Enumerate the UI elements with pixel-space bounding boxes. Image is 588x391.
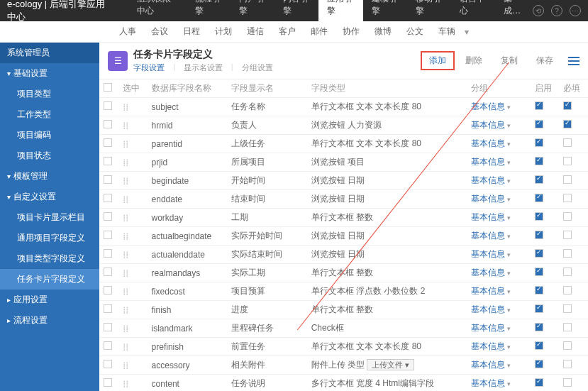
required-checkbox[interactable] xyxy=(563,378,572,387)
sidebar-item[interactable]: 工作类型 xyxy=(0,104,99,125)
copy-button[interactable]: 复制 xyxy=(493,52,526,70)
enable-checkbox[interactable] xyxy=(535,323,543,331)
sub-tab[interactable]: 通信 xyxy=(241,23,270,40)
sidebar-item[interactable]: 项目卡片显示栏目 xyxy=(0,207,99,228)
top-tab[interactable]: 建模引擎 xyxy=(363,0,407,21)
enable-checkbox[interactable] xyxy=(535,138,543,147)
top-tab[interactable]: 内容引擎 xyxy=(274,0,318,21)
group-select[interactable]: 基本信息 ▾ xyxy=(471,175,526,187)
save-button[interactable]: 保存 xyxy=(528,52,561,70)
sidebar-item[interactable]: 项目状态 xyxy=(0,145,99,166)
group-select[interactable]: 基本信息 ▾ xyxy=(471,193,526,205)
group-select[interactable]: 基本信息 ▾ xyxy=(471,378,526,390)
select-all-checkbox[interactable] xyxy=(104,83,112,92)
drag-handle-icon[interactable]: ⁞⁞ xyxy=(123,360,128,371)
top-tab[interactable]: 移动引擎 xyxy=(407,0,451,21)
sub-tab[interactable]: 公文 xyxy=(401,23,429,40)
row-checkbox[interactable] xyxy=(104,157,112,165)
drag-handle-icon[interactable]: ⁞⁞ xyxy=(123,101,128,113)
sidebar-item[interactable]: 任务卡片字段定义 xyxy=(0,269,99,290)
top-tab[interactable]: 应用引擎 xyxy=(318,0,362,21)
required-checkbox[interactable] xyxy=(563,231,572,239)
required-checkbox[interactable] xyxy=(563,194,572,202)
sub-more-icon[interactable]: ▾ xyxy=(465,27,469,37)
sub-tab[interactable]: 日程 xyxy=(177,23,206,40)
required-checkbox[interactable] xyxy=(563,268,572,276)
drag-handle-icon[interactable]: ⁞⁞ xyxy=(123,378,128,390)
drag-handle-icon[interactable]: ⁞⁞ xyxy=(123,341,128,353)
drag-handle-icon[interactable]: ⁞⁞ xyxy=(123,323,128,334)
required-checkbox[interactable] xyxy=(563,286,572,294)
group-select[interactable]: 基本信息 ▾ xyxy=(471,211,526,224)
enable-checkbox[interactable] xyxy=(535,360,543,368)
drag-handle-icon[interactable]: ⁞⁞ xyxy=(123,138,128,150)
sub-tab[interactable]: 微博 xyxy=(369,23,397,40)
sidebar-item[interactable]: 项目类型 xyxy=(0,84,99,104)
required-checkbox[interactable] xyxy=(563,212,572,221)
group-select[interactable]: 基本信息 ▾ xyxy=(471,322,526,334)
sidebar-group[interactable]: ▾基础设置 xyxy=(0,63,99,84)
more-icon[interactable]: ⋯ xyxy=(570,5,581,16)
row-checkbox[interactable] xyxy=(104,231,112,239)
top-tab[interactable]: 流程引擎 xyxy=(187,0,231,21)
sub-tab[interactable]: 协作 xyxy=(337,23,365,40)
group-select[interactable]: 基本信息 ▾ xyxy=(471,156,526,168)
row-checkbox[interactable] xyxy=(104,304,112,313)
delete-button[interactable]: 删除 xyxy=(457,52,490,70)
enable-checkbox[interactable] xyxy=(535,157,543,165)
row-checkbox[interactable] xyxy=(104,341,112,350)
group-select[interactable]: 基本信息 ▾ xyxy=(471,304,526,316)
row-checkbox[interactable] xyxy=(104,268,112,276)
required-checkbox[interactable] xyxy=(563,101,572,110)
drag-handle-icon[interactable]: ⁞⁞ xyxy=(123,212,128,224)
top-tab[interactable]: 组织权限中心 xyxy=(128,0,186,21)
refresh-icon[interactable]: ⟲ xyxy=(533,5,544,16)
sidebar-group[interactable]: ▾自定义设置 xyxy=(0,187,99,207)
enable-checkbox[interactable] xyxy=(535,378,543,387)
top-tab[interactable]: 门户引擎 xyxy=(231,0,274,21)
row-checkbox[interactable] xyxy=(104,249,112,258)
page-subtab[interactable]: 显示名设置 xyxy=(184,62,223,73)
drag-handle-icon[interactable]: ⁞⁞ xyxy=(123,194,128,205)
enable-checkbox[interactable] xyxy=(535,268,543,276)
group-select[interactable]: 基本信息 ▾ xyxy=(471,101,526,113)
list-view-icon[interactable] xyxy=(568,57,579,65)
group-select[interactable]: 基本信息 ▾ xyxy=(471,248,526,260)
top-tab[interactable]: 语言中心 xyxy=(451,0,495,21)
group-select[interactable]: 基本信息 ▾ xyxy=(471,341,526,353)
enable-checkbox[interactable] xyxy=(535,212,543,221)
required-checkbox[interactable] xyxy=(563,323,572,331)
group-select[interactable]: 基本信息 ▾ xyxy=(471,119,526,131)
group-select[interactable]: 基本信息 ▾ xyxy=(471,359,526,371)
enable-checkbox[interactable] xyxy=(535,341,543,350)
enable-checkbox[interactable] xyxy=(535,101,543,110)
sidebar-item[interactable]: 项目编码 xyxy=(0,125,99,145)
row-checkbox[interactable] xyxy=(104,194,112,202)
enable-checkbox[interactable] xyxy=(535,304,543,313)
drag-handle-icon[interactable]: ⁞⁞ xyxy=(123,157,128,168)
drag-handle-icon[interactable]: ⁞⁞ xyxy=(123,268,128,279)
enable-checkbox[interactable] xyxy=(535,249,543,258)
required-checkbox[interactable] xyxy=(563,120,572,128)
help-icon[interactable]: ? xyxy=(551,5,562,16)
sidebar-item[interactable]: 项目类型字段定义 xyxy=(0,248,99,269)
drag-handle-icon[interactable]: ⁞⁞ xyxy=(123,175,128,187)
enable-checkbox[interactable] xyxy=(535,175,543,184)
group-select[interactable]: 基本信息 ▾ xyxy=(471,230,526,242)
required-checkbox[interactable] xyxy=(563,157,572,165)
sidebar-group[interactable]: ▸应用设置 xyxy=(0,290,99,310)
sub-tab[interactable]: 车辆 xyxy=(433,23,461,40)
required-checkbox[interactable] xyxy=(563,360,572,368)
row-checkbox[interactable] xyxy=(104,286,112,294)
drag-handle-icon[interactable]: ⁞⁞ xyxy=(123,304,128,316)
row-checkbox[interactable] xyxy=(104,101,112,110)
row-checkbox[interactable] xyxy=(104,175,112,184)
sub-tab[interactable]: 客户 xyxy=(273,23,301,40)
row-checkbox[interactable] xyxy=(104,323,112,331)
enable-checkbox[interactable] xyxy=(535,231,543,239)
sub-tab[interactable]: 人事 xyxy=(113,23,142,40)
required-checkbox[interactable] xyxy=(563,175,572,184)
enable-checkbox[interactable] xyxy=(535,120,543,128)
page-subtab[interactable]: 字段设置 xyxy=(133,62,165,73)
sidebar-group[interactable]: ▾模板管理 xyxy=(0,166,99,187)
